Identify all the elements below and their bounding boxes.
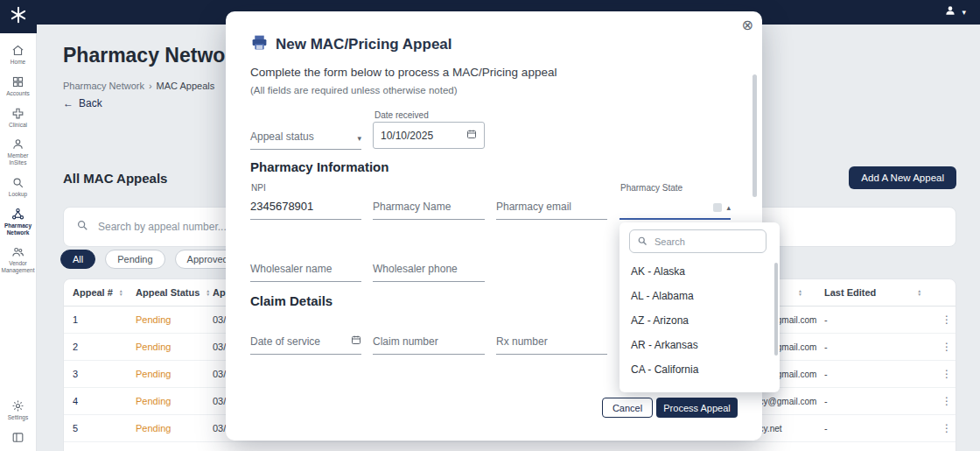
status-badge: Pending xyxy=(136,314,213,325)
new-appeal-modal: ⊗ New MAC/Pricing Appeal Complete the fo… xyxy=(226,11,762,440)
appeal-number[interactable]: 5 xyxy=(73,423,136,433)
sort-icon[interactable]: ▲▼ xyxy=(798,289,802,297)
state-option-ar[interactable]: AR - Arkansas xyxy=(620,333,780,357)
status-badge: Pending xyxy=(136,423,213,433)
last-edited: - xyxy=(824,423,942,433)
state-option-ca[interactable]: CA - California xyxy=(620,357,780,382)
status-badge: Pending xyxy=(136,396,213,406)
section-title: All MAC Appeals xyxy=(63,171,167,186)
search-icon xyxy=(11,176,24,189)
select-indicator-icon xyxy=(713,203,722,212)
add-new-appeal-button[interactable]: Add A New Appeal xyxy=(849,166,956,189)
last-edited: - xyxy=(824,314,942,325)
appeal-number[interactable]: 1 xyxy=(73,314,136,325)
pharmacy-name-field[interactable]: Pharmacy Name xyxy=(373,192,485,220)
person-icon xyxy=(11,137,24,151)
back-arrow-icon: ← xyxy=(63,97,74,109)
date-received-label: Date received xyxy=(374,110,429,120)
column-appeal-number: Appeal #▲▼ xyxy=(73,287,136,298)
calendar-icon[interactable] xyxy=(466,129,477,142)
sort-icon[interactable]: ▲▼ xyxy=(206,289,210,297)
sidebar-item-lookup[interactable]: Lookup xyxy=(0,176,36,198)
status-badge: Pending xyxy=(136,342,213,352)
last-edited: - xyxy=(824,342,942,352)
chevron-down-icon: ▾ xyxy=(357,134,361,143)
table-row[interactable]: 6 Pending 02/10/2024 02/15/2024 redmontp… xyxy=(64,442,956,451)
status-badge: Pending xyxy=(136,369,213,379)
chevron-down-icon[interactable]: ▾ xyxy=(962,8,966,17)
wholesaler-phone-field[interactable]: Wholesaler phone xyxy=(373,254,485,282)
breadcrumb-current: MAC Appeals xyxy=(157,81,215,91)
medical-cross-icon xyxy=(11,107,24,120)
sort-icon[interactable]: ▲▼ xyxy=(917,289,921,297)
appeal-number[interactable]: 3 xyxy=(73,369,136,379)
sidebar: Home Accounts Clinical Member InSites Lo… xyxy=(0,33,37,451)
breadcrumb-parent[interactable]: Pharmacy Network xyxy=(63,81,144,91)
column-last-edited: Last Edited▲▼ xyxy=(824,287,942,298)
sort-icon[interactable]: ▲▼ xyxy=(119,289,123,297)
search-icon xyxy=(76,219,88,235)
date-received-input[interactable]: 10/10/2025 xyxy=(373,122,485,149)
appeal-form-icon xyxy=(250,33,269,55)
grid-icon xyxy=(11,75,24,88)
people-icon xyxy=(11,245,24,258)
state-dropdown: AK - Alaska AL - Alabama AZ - Arizona AR… xyxy=(620,222,780,392)
process-appeal-button[interactable]: Process Appeal xyxy=(656,398,738,418)
gear-icon xyxy=(11,399,24,412)
sidebar-item-pharmacy-network[interactable]: Pharmacy Network xyxy=(0,208,36,236)
close-icon[interactable]: ⊗ xyxy=(742,17,753,33)
sidebar-item-home[interactable]: Home xyxy=(0,44,36,66)
collapse-sidebar-icon[interactable] xyxy=(0,431,36,444)
row-menu-icon[interactable]: ⋮ xyxy=(942,395,956,407)
breadcrumb-separator-icon: › xyxy=(149,81,152,91)
search-icon xyxy=(637,234,648,250)
state-option-ak[interactable]: AK - Alaska xyxy=(620,259,780,284)
state-option-al[interactable]: AL - Alabama xyxy=(620,284,780,308)
appeal-status-select[interactable]: Appeal status ▾ xyxy=(250,122,361,150)
chevron-up-icon: ▴ xyxy=(726,203,731,212)
modal-intro-note: (All fields are required unless otherwis… xyxy=(250,85,458,95)
sidebar-item-settings[interactable]: Settings xyxy=(0,399,36,421)
app-logo[interactable] xyxy=(0,0,37,33)
app-screen: ▾ Home Accounts Clinical Member InSites … xyxy=(0,0,980,451)
sidebar-item-accounts[interactable]: Accounts xyxy=(0,75,36,97)
row-menu-icon[interactable]: ⋮ xyxy=(942,368,956,380)
home-icon xyxy=(11,44,24,57)
page-title: Pharmacy Network xyxy=(63,44,244,67)
rx-number-field[interactable]: Rx number xyxy=(496,327,607,355)
modal-scrollbar[interactable] xyxy=(752,74,757,197)
wholesaler-name-field[interactable]: Wholesaler name xyxy=(250,254,361,282)
last-edited: - xyxy=(824,396,942,406)
asterisk-logo-icon xyxy=(9,5,28,28)
sidebar-item-member-insites[interactable]: Member InSites xyxy=(0,137,36,166)
claim-details-heading: Claim Details xyxy=(250,293,332,308)
filter-pending[interactable]: Pending xyxy=(105,250,164,269)
appeal-number[interactable]: 2 xyxy=(73,342,136,352)
filter-all[interactable]: All xyxy=(60,250,95,269)
appeal-number[interactable]: 4 xyxy=(73,396,136,406)
npi-field[interactable]: 2345678901 xyxy=(250,192,361,220)
state-search-box xyxy=(629,229,766,253)
claim-number-field[interactable]: Claim number xyxy=(373,327,485,355)
last-edited: - xyxy=(824,369,942,379)
date-of-service-field[interactable]: Date of service xyxy=(250,327,361,355)
user-icon[interactable] xyxy=(944,4,956,20)
pharmacy-state-select[interactable]: ▴ xyxy=(620,192,731,220)
back-link[interactable]: ← Back xyxy=(63,97,102,109)
column-appeal-status: Appeal Status▲▼ xyxy=(136,287,213,298)
network-icon xyxy=(11,208,24,221)
row-menu-icon[interactable]: ⋮ xyxy=(942,422,956,434)
sidebar-item-clinical[interactable]: Clinical xyxy=(0,107,36,129)
state-search-input[interactable] xyxy=(653,236,759,248)
row-menu-icon[interactable]: ⋮ xyxy=(942,341,956,353)
dropdown-scrollbar[interactable] xyxy=(774,263,778,356)
state-option-az[interactable]: AZ - Arizona xyxy=(620,308,780,333)
sidebar-item-vendor-management[interactable]: Vendor Management xyxy=(0,245,36,274)
pharmacy-email-field[interactable]: Pharmacy email xyxy=(496,192,607,220)
cancel-button[interactable]: Cancel xyxy=(602,398,653,418)
calendar-icon[interactable] xyxy=(351,335,361,348)
row-menu-icon[interactable]: ⋮ xyxy=(942,314,956,326)
modal-title: New MAC/Pricing Appeal xyxy=(276,36,452,53)
modal-intro: Complete the form below to process a MAC… xyxy=(250,66,556,79)
state-options: AK - Alaska AL - Alabama AZ - Arizona AR… xyxy=(620,259,780,382)
